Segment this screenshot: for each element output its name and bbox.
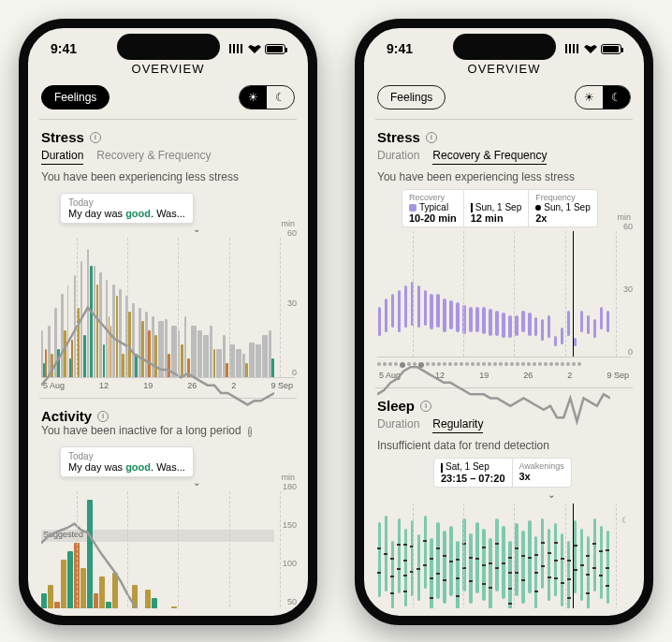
page-title: OVERVIEW <box>39 62 297 76</box>
sun-icon: ☀ <box>621 606 629 608</box>
stress-subtext: You have been experiencing less stress <box>377 170 631 183</box>
phone-left: 9:41 OVERVIEW Feelings ☀ ☾ Stress i Dura… <box>19 19 317 625</box>
battery-icon <box>601 44 621 54</box>
notch <box>117 34 220 60</box>
day-night-toggle[interactable]: ☀ ☾ <box>239 85 295 109</box>
stress-card: Stress i Duration Recovery & Frequency Y… <box>39 119 297 398</box>
highlight-line <box>573 503 574 608</box>
stress-tooltip: Today My day was good. Was... <box>60 193 194 224</box>
stress-card: Stress i Duration Recovery & Frequency Y… <box>375 119 633 387</box>
battery-icon <box>265 44 285 54</box>
tab-recovery-frequency[interactable]: Recovery & Frequency <box>96 149 211 165</box>
info-icon[interactable]: i <box>97 411 109 422</box>
activity-chart[interactable]: min 180 150 100 50 0 Suggested <box>41 491 295 608</box>
sun-icon[interactable]: ☀ <box>576 86 603 109</box>
stress-chart[interactable]: min 60 30 0 <box>41 238 295 378</box>
stress-tooltip: Recovery Typical 10-20 min Sun, 1 Sep 12… <box>402 189 631 227</box>
tab-recovery-frequency[interactable]: Recovery & Frequency <box>432 149 547 165</box>
status-time: 9:41 <box>387 41 413 56</box>
tab-regularity[interactable]: Regularity <box>432 417 483 433</box>
stress-title: Stress <box>377 129 420 145</box>
info-icon[interactable]: i <box>90 132 101 143</box>
info-icon[interactable]: i <box>420 401 431 412</box>
sleep-tooltip: Sat, 1 Sep 23:15 – 07:20 Awakenings 3x <box>433 458 631 487</box>
tab-duration[interactable]: Duration <box>377 417 419 433</box>
sun-icon[interactable]: ☀ <box>240 86 267 109</box>
sleep-subtext: Insufficient data for trend detection <box>377 439 631 452</box>
wifi-icon <box>248 44 261 53</box>
stress-subtext: You have been experiencing less stress <box>41 170 295 183</box>
tab-duration[interactable]: Duration <box>377 149 419 165</box>
highlight-line <box>573 231 574 357</box>
chevron-down-icon: ⌄ <box>471 489 631 500</box>
stress-x-axis: 5 Aug 12 19 26 2 9 Sep <box>41 381 295 390</box>
sleep-title: Sleep <box>377 398 415 414</box>
feelings-button[interactable]: Feelings <box>41 85 110 109</box>
moon-icon[interactable]: ☾ <box>603 86 630 109</box>
phone-right: 9:41 OVERVIEW Feelings ☀ ☾ Stress i Dura… <box>355 19 653 625</box>
signal-icon <box>229 44 244 53</box>
activity-tooltip: Today My day was good. Was... <box>60 446 194 477</box>
chevron-down-icon: ⌄ <box>97 224 295 234</box>
chevron-down-icon: ⌄ <box>97 477 295 488</box>
info-icon[interactable]: i <box>248 427 252 437</box>
moon-icon[interactable]: ☾ <box>267 86 294 109</box>
day-night-toggle[interactable]: ☀ ☾ <box>575 85 631 109</box>
status-time: 9:41 <box>51 41 77 56</box>
sleep-card: Sleep i Duration Regularity Insufficient… <box>375 387 633 608</box>
stress-title: Stress <box>41 129 84 145</box>
signal-icon <box>565 44 580 53</box>
activity-card: Activity i You have been inactive for a … <box>39 398 297 608</box>
moon-icon: ☾ <box>621 516 629 525</box>
sleep-chart[interactable]: ☾ ☀ <box>377 503 631 608</box>
activity-title: Activity <box>41 408 92 424</box>
page-title: OVERVIEW <box>375 62 633 76</box>
feelings-button[interactable]: Feelings <box>377 85 446 109</box>
wifi-icon <box>584 44 597 53</box>
stress-recovery-chart[interactable]: min 60 30 0 <box>377 231 631 357</box>
tab-duration[interactable]: Duration <box>41 149 83 165</box>
stress-x-axis: 5 Aug 12 19 26 2 9 Sep <box>377 371 631 380</box>
info-icon[interactable]: i <box>426 132 437 143</box>
notch <box>453 34 556 60</box>
